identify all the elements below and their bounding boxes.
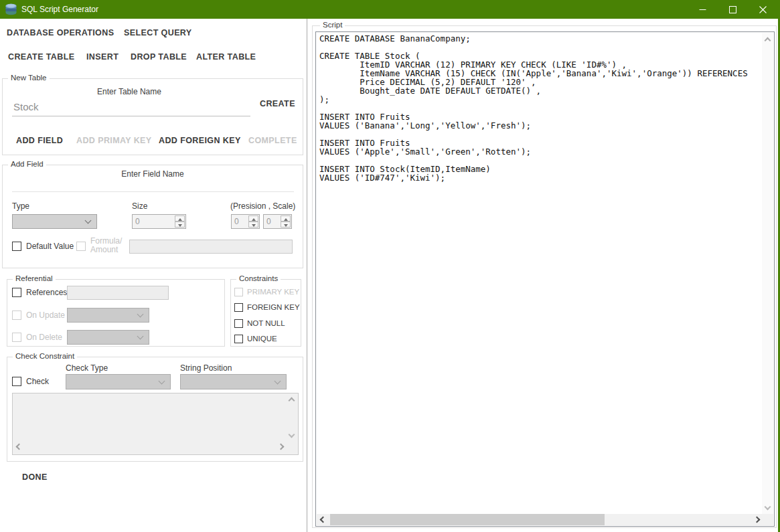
check-type-label: Check Type [66,363,108,373]
tab-insert[interactable]: INSERT [86,52,119,62]
on-update-label: On Update [26,311,65,320]
complete-button: COMPLETE [248,136,297,145]
scroll-up-icon[interactable] [289,397,295,404]
sql-script-text: CREATE DATABASE BananaCompany; CREATE TA… [317,33,763,515]
size-stepper[interactable]: 0 [132,214,186,229]
check-constraint-group-label: Check Constraint [13,352,77,360]
left-panel: DATABASE OPERATIONS SELECT QUERY CREATE … [0,19,307,532]
tab-alter-table[interactable]: ALTER TABLE [196,52,256,62]
not-null-checkbox[interactable] [234,319,243,328]
field-name-label: Enter Field Name [3,169,303,179]
constraints-group-label: Constraints [236,274,281,282]
close-button[interactable] [748,0,778,19]
create-button[interactable]: CREATE [260,99,295,108]
spinner-up-icon[interactable] [248,215,258,221]
references-label: References [26,288,67,297]
precision-scale-label: (Presision , Scale) [230,201,295,211]
formula-amount-input [129,240,293,254]
app-window: SQL Script Generator DATABASE OPERATIONS… [0,0,780,532]
references-checkbox[interactable] [12,288,21,297]
table-name-label: Enter Table Name [3,87,256,96]
minimize-icon [699,6,706,13]
primary-key-label: PRIMARY KEY [247,288,299,296]
add-foreign-key-button[interactable]: ADD FOREIGN KEY [159,136,241,145]
maximize-icon [729,6,736,13]
window-title: SQL Script Generator [21,0,98,19]
scroll-right-icon[interactable] [754,517,761,523]
chevron-down-icon [137,311,144,318]
scroll-down-icon[interactable] [765,504,771,511]
on-update-select [67,308,149,323]
default-value-checkbox[interactable] [12,242,21,251]
spinner-down-icon[interactable] [175,221,185,228]
menu-database-operations[interactable]: DATABASE OPERATIONS [7,28,114,37]
type-label: Type [12,201,29,211]
spinner-down-icon[interactable] [248,221,258,228]
foreign-key-label: FOREIGN KEY [247,303,300,311]
formula-amount-checkbox [76,242,86,251]
spinner-down-icon[interactable] [281,221,291,228]
app-database-icon [5,3,17,18]
size-spinner[interactable] [175,215,185,228]
constraints-group: Constraints PRIMARY KEY FOREIGN KEY NOT … [230,279,301,347]
tab-create-table[interactable]: CREATE TABLE [8,52,74,62]
add-primary-key-button: ADD PRIMAY KEY [76,136,152,145]
table-name-value: Stock [13,101,39,112]
check-type-select[interactable] [66,374,171,389]
table-name-input[interactable]: Stock [12,97,250,116]
add-field-group: Add Field Enter Field Name Type Size 0 (… [2,165,303,268]
maximize-button[interactable] [718,0,748,19]
on-delete-checkbox [12,333,21,342]
field-name-input[interactable] [12,180,294,192]
scroll-up-icon[interactable] [765,37,771,44]
script-textbox[interactable]: CREATE DATABASE BananaCompany; CREATE TA… [315,31,775,527]
size-label: Size [132,201,147,211]
close-icon [759,6,767,13]
on-update-checkbox [12,311,21,320]
type-select[interactable] [12,214,97,229]
formula-amount-label: Formula/ Amount [90,237,122,254]
chevron-down-icon [137,333,144,340]
foreign-key-checkbox[interactable] [234,303,243,312]
menu-select-query[interactable]: SELECT QUERY [124,28,192,37]
scale-value: 0 [266,217,271,226]
check-text-input[interactable] [12,393,299,455]
script-group: Script CREATE DATABASE BananaCompany; CR… [312,25,777,528]
check-label: Check [26,377,49,386]
add-field-button[interactable]: ADD FIELD [16,136,63,145]
scroll-down-icon[interactable] [289,432,295,438]
script-horizontal-scrollbar[interactable] [317,514,763,525]
titlebar: SQL Script Generator [0,0,780,19]
primary-key-checkbox [234,288,243,296]
size-value: 0 [135,217,140,226]
precision-stepper[interactable]: 0 [231,214,260,229]
spinner-up-icon[interactable] [281,215,291,221]
scrollbar-corner [762,514,773,525]
references-input[interactable] [67,286,169,300]
script-vertical-scrollbar[interactable] [762,33,773,515]
string-position-select[interactable] [180,374,287,389]
done-button[interactable]: DONE [22,472,48,482]
chevron-down-icon [85,217,92,224]
new-table-group-label: New Table [8,74,50,82]
precision-spinner[interactable] [248,215,258,228]
chevron-down-icon [159,378,165,385]
tab-drop-table[interactable]: DROP TABLE [131,52,187,62]
scroll-left-icon[interactable] [16,444,23,450]
on-delete-select [67,330,149,345]
unique-checkbox[interactable] [234,335,243,343]
default-value-label: Default Value [26,242,74,251]
scroll-right-icon[interactable] [278,444,285,450]
scroll-left-icon[interactable] [320,517,327,523]
horizontal-scroll-thumb[interactable] [330,514,605,525]
check-checkbox[interactable] [12,377,21,386]
scale-stepper[interactable]: 0 [263,214,292,229]
script-group-label: Script [320,21,345,29]
minimize-button[interactable] [688,0,718,19]
spinner-up-icon[interactable] [175,215,185,221]
unique-label: UNIQUE [247,335,277,343]
scale-spinner[interactable] [281,215,291,228]
referential-group-label: Referential [13,274,56,282]
not-null-label: NOT NULL [247,319,285,327]
referential-group: Referential References On Update On Dele… [7,279,225,347]
